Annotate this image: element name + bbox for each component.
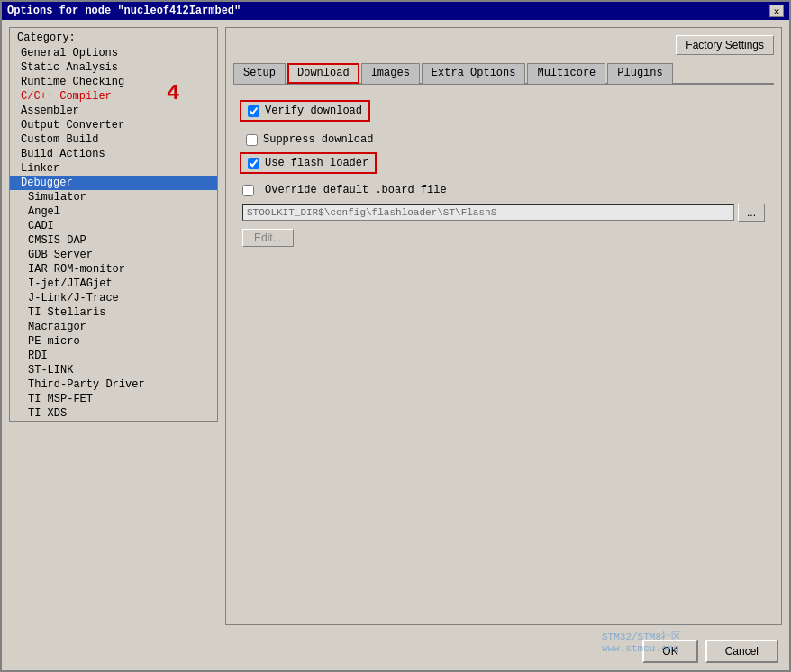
tab-bar: Setup Download Images Extra Options Mult… <box>233 62 774 85</box>
sidebar-item-jlink-jtrace[interactable]: J-Link/J-Trace <box>10 291 217 305</box>
sidebar-item-ti-stellaris[interactable]: TI Stellaris <box>10 305 217 320</box>
ok-button[interactable]: OK <box>642 640 697 663</box>
sidebar-item-ti-xds[interactable]: TI XDS <box>10 406 217 421</box>
override-default-checkbox[interactable] <box>242 185 254 196</box>
sidebar-item-static-analysis[interactable]: Static Analysis <box>10 60 217 75</box>
category-sidebar: Category: General Options Static Analysi… <box>9 27 218 422</box>
sidebar-item-debugger[interactable]: Debugger <box>10 176 217 190</box>
tab-multicore[interactable]: Multicore <box>527 63 605 84</box>
override-default-label: Override default .board file <box>265 184 447 196</box>
sidebar-item-simulator[interactable]: Simulator <box>10 190 217 204</box>
category-label: Category: <box>10 28 217 46</box>
sidebar-item-cmsis-dap[interactable]: CMSIS DAP <box>10 233 217 248</box>
dialog-footer: STM32/STM8社区 www.stmcu.org OK Cancel <box>2 632 789 670</box>
sidebar-item-ti-msp-fet[interactable]: TI MSP-FET <box>10 392 217 406</box>
use-flash-loader-area: Use flash loader <box>242 155 765 178</box>
sidebar-item-cadi[interactable]: CADI <box>10 219 217 233</box>
sidebar-item-st-link[interactable]: ST-LINK <box>10 363 217 377</box>
path-input[interactable] <box>242 204 734 221</box>
use-flash-loader-label: Use flash loader <box>265 157 368 169</box>
sidebar-item-linker[interactable]: Linker <box>10 161 217 176</box>
edit-button-area: Edit... <box>242 229 765 247</box>
sidebar-item-rdi[interactable]: RDI <box>10 349 217 363</box>
override-default-row: Override default .board file <box>242 184 765 196</box>
sidebar-item-cpp-compiler[interactable]: C/C++ Compiler <box>10 89 217 104</box>
dialog-title: Options for node "nucleof412Iarmbed" <box>7 5 241 17</box>
close-button[interactable]: ✕ <box>769 5 784 17</box>
suppress-download-row: Suppress download <box>242 132 765 148</box>
sidebar-item-gdb-server[interactable]: GDB Server <box>10 248 217 262</box>
number-badge: 4 <box>167 81 179 105</box>
tab-content-download: Verify download Suppress download Use fl… <box>233 94 774 617</box>
sidebar-item-iar-rom-monitor[interactable]: IAR ROM-monitor <box>10 262 217 277</box>
tab-download[interactable]: Download <box>287 63 359 84</box>
use-flash-loader-checkbox[interactable] <box>248 158 259 169</box>
cancel-button[interactable]: Cancel <box>705 640 778 663</box>
suppress-download-area: Suppress download <box>242 132 765 148</box>
title-bar: Options for node "nucleof412Iarmbed" ✕ <box>2 2 789 20</box>
verify-download-area: Verify download <box>242 103 765 126</box>
factory-settings-button[interactable]: Factory Settings <box>676 35 774 55</box>
tab-images[interactable]: Images <box>361 63 420 84</box>
sidebar-item-build-actions[interactable]: Build Actions <box>10 147 217 161</box>
sidebar-item-output-converter[interactable]: Output Converter <box>10 118 217 132</box>
tab-plugins[interactable]: Plugins <box>607 63 672 84</box>
sidebar-item-assembler[interactable]: Assembler <box>10 104 217 118</box>
sidebar-item-runtime-checking[interactable]: Runtime Checking <box>10 75 217 89</box>
verify-download-checkbox[interactable] <box>248 105 259 117</box>
sidebar-item-custom-build[interactable]: Custom Build <box>10 132 217 147</box>
sidebar-item-macraigor[interactable]: Macraigor <box>10 320 217 334</box>
suppress-download-checkbox[interactable] <box>246 134 258 146</box>
sidebar-item-ijet-jtagjet[interactable]: I-jet/JTAGjet <box>10 277 217 291</box>
tab-setup[interactable]: Setup <box>233 63 286 84</box>
use-flash-loader-row: Use flash loader <box>242 155 374 171</box>
main-dialog: Options for node "nucleof412Iarmbed" ✕ C… <box>0 0 791 672</box>
verify-download-row: Verify download <box>242 103 368 119</box>
sidebar-item-general-options[interactable]: General Options <box>10 46 217 60</box>
sidebar-item-angel[interactable]: Angel <box>10 204 217 219</box>
verify-download-label: Verify download <box>265 104 362 117</box>
tab-extra-options[interactable]: Extra Options <box>422 63 526 84</box>
dialog-body: Category: General Options Static Analysi… <box>2 20 789 632</box>
sidebar-item-pe-micro[interactable]: PE micro <box>10 334 217 349</box>
main-panel: Factory Settings Setup Download Images E… <box>225 27 782 625</box>
browse-button[interactable]: ... <box>738 204 765 222</box>
edit-button[interactable]: Edit... <box>242 229 294 247</box>
panel-top: Factory Settings <box>233 35 774 55</box>
suppress-download-label: Suppress download <box>263 133 373 146</box>
path-row: ... <box>242 204 765 222</box>
sidebar-item-third-party-driver[interactable]: Third-Party Driver <box>10 377 217 392</box>
